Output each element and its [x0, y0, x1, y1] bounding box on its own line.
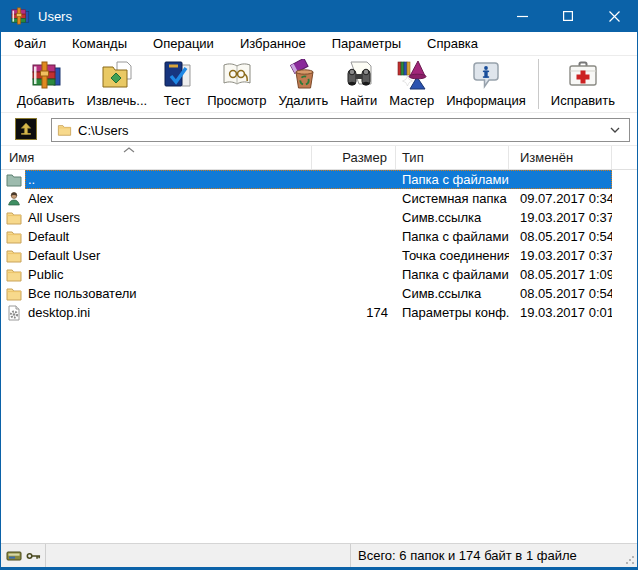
toolbar-button-repair[interactable]: Исправить [545, 57, 621, 111]
close-icon [609, 11, 620, 22]
column-header-size[interactable]: Размер [312, 146, 396, 169]
list-header: Имя Размер Тип Изменён [1, 146, 637, 170]
disk-activity-icon [6, 550, 22, 562]
file-name-cell: All Users [25, 208, 312, 227]
menu-item-справка[interactable]: Справка [414, 33, 491, 54]
extract-icon [101, 59, 133, 91]
toolbar-button-test[interactable]: Тест [153, 57, 201, 111]
statusbar-icons-panel [1, 544, 46, 567]
file-type-cell: Папка с файлами [396, 170, 509, 189]
file-name-cell: Public [25, 265, 312, 284]
file-list: .. Папка с файлами Alex Системная папка … [1, 170, 637, 543]
toolbar-button-info[interactable]: Информация [440, 57, 532, 111]
file-row[interactable]: Все пользователи Симв.ссылка 08.05.2017 … [1, 284, 637, 303]
folder-icon [1, 246, 25, 265]
wizard-icon [396, 59, 428, 91]
toolbar-button-find[interactable]: Найти [334, 57, 383, 111]
file-modified-cell: 08.05.2017 1:09 [509, 265, 612, 284]
minimize-icon [517, 11, 528, 22]
folder-icon [1, 227, 25, 246]
status-bar: Всего: 6 папок и 174 байт в 1 файле [1, 543, 637, 567]
menu-item-параметры[interactable]: Параметры [319, 33, 414, 54]
column-header-modified[interactable]: Изменён [509, 146, 612, 169]
file-name-cell: desktop.ini [25, 303, 312, 322]
encryption-key-icon [26, 551, 41, 561]
sort-ascending-icon [123, 147, 135, 153]
file-modified-cell [509, 170, 612, 189]
file-name-cell: .. [25, 170, 312, 189]
statusbar-total: Всего: 6 папок и 174 байт в 1 файле [351, 544, 637, 567]
test-icon [161, 59, 193, 91]
file-size-cell [312, 170, 396, 189]
toolbar-button-delete[interactable]: Удалить [273, 57, 335, 111]
statusbar-message-panel [46, 544, 351, 567]
resize-grip[interactable] [625, 555, 635, 565]
folder-icon [57, 123, 72, 137]
toolbar-button-wizard[interactable]: Мастер [383, 57, 440, 111]
close-button[interactable] [591, 0, 637, 32]
file-row[interactable]: desktop.ini 174 Параметры конф... 19.03.… [1, 303, 637, 322]
column-header-type[interactable]: Тип [396, 146, 509, 169]
chevron-down-icon[interactable] [610, 127, 620, 133]
file-type-cell: Параметры конф... [396, 303, 509, 322]
file-type-cell: Точка соединения [396, 246, 509, 265]
menu-item-избранное[interactable]: Избранное [227, 33, 319, 54]
address-bar: C:\Users [1, 113, 637, 146]
winrar-app-icon [10, 6, 30, 26]
window-controls [499, 0, 637, 32]
menu-item-файл[interactable]: Файл [1, 33, 59, 54]
titlebar: Users [1, 0, 637, 32]
address-path: C:\Users [78, 123, 610, 138]
file-modified-cell: 08.05.2017 0:54 [509, 284, 612, 303]
file-size-cell [312, 265, 396, 284]
up-one-level-button[interactable] [15, 118, 37, 140]
maximize-button[interactable] [545, 0, 591, 32]
file-size-cell [312, 246, 396, 265]
file-row[interactable]: Default Папка с файлами 08.05.2017 0:54 [1, 227, 637, 246]
add-icon [30, 59, 62, 91]
toolbar-button-extract[interactable]: Извлечь... [80, 57, 153, 111]
address-combobox[interactable]: C:\Users [51, 118, 630, 142]
file-type-cell: Папка с файлами [396, 265, 509, 284]
file-name-cell: Default [25, 227, 312, 246]
file-row[interactable]: All Users Симв.ссылка 19.03.2017 0:37 [1, 208, 637, 227]
file-row[interactable]: Alex Системная папка 09.07.2017 0:34 [1, 189, 637, 208]
file-modified-cell: 19.03.2017 0:01 [509, 303, 612, 322]
toolbar-separator [538, 59, 539, 109]
file-row[interactable]: Public Папка с файлами 08.05.2017 1:09 [1, 265, 637, 284]
winrar-window: Users Файл Команды Операции Избранное [0, 0, 638, 570]
delete-icon [287, 59, 319, 91]
info-icon [470, 59, 502, 91]
file-type-cell: Системная папка [396, 189, 509, 208]
file-modified-cell: 19.03.2017 0:37 [509, 208, 612, 227]
file-type-cell: Симв.ссылка [396, 284, 509, 303]
folder-icon [1, 265, 25, 284]
file-modified-cell: 09.07.2017 0:34 [509, 189, 612, 208]
view-icon [221, 59, 253, 91]
toolbar-button-add[interactable]: Добавить [11, 57, 80, 111]
file-modified-cell: 08.05.2017 0:54 [509, 227, 612, 246]
minimize-button[interactable] [499, 0, 545, 32]
file-size-cell: 174 [312, 303, 396, 322]
folder-icon [1, 208, 25, 227]
column-header-name[interactable]: Имя [1, 146, 312, 169]
toolbar: Добавить Извлечь... Тест Просмотр Удалит… [1, 56, 637, 113]
menu-bar: Файл Команды Операции Избранное Параметр… [1, 32, 637, 56]
file-name-cell: Default User [25, 246, 312, 265]
toolbar-button-view[interactable]: Просмотр [201, 57, 272, 111]
maximize-icon [563, 11, 573, 21]
file-size-cell [312, 208, 396, 227]
menu-item-операции[interactable]: Операции [140, 33, 227, 54]
find-icon [343, 59, 375, 91]
file-row[interactable]: .. Папка с файлами [1, 170, 637, 189]
file-row[interactable]: Default User Точка соединения 19.03.2017… [1, 246, 637, 265]
user-icon [1, 189, 25, 208]
file-type-cell: Симв.ссылка [396, 208, 509, 227]
folder-up-icon [1, 170, 25, 189]
menu-item-команды[interactable]: Команды [59, 33, 140, 54]
ini-icon [1, 303, 25, 322]
folder-icon [1, 284, 25, 303]
file-modified-cell: 19.03.2017 0:37 [509, 246, 612, 265]
file-name-cell: Все пользователи [25, 284, 312, 303]
file-size-cell [312, 284, 396, 303]
